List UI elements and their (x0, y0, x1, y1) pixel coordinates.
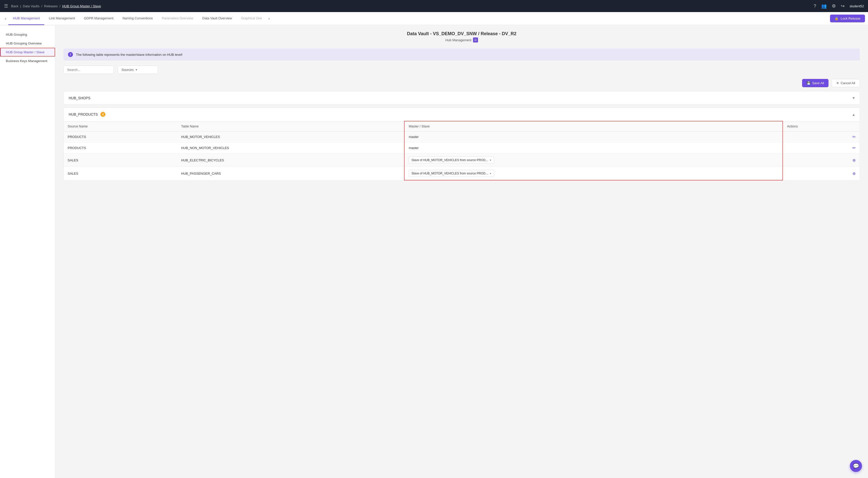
cancel-circle-icon[interactable]: ⊗ (852, 171, 856, 176)
master-slave-cell: master (404, 131, 783, 142)
edit-icon[interactable]: ✏ (852, 135, 856, 139)
accordion-hub-products-header[interactable]: HUB_PRODUCTS 4 ▴ (64, 108, 860, 121)
chevron-down-icon: ▾ (135, 68, 137, 72)
user-label[interactable]: student52 (849, 4, 864, 8)
actions-cell: ⊗ (783, 153, 860, 167)
table-row: PRODUCTS HUB_NON_MOTOR_VEHICLES master ✏ (64, 142, 860, 153)
breadcrumb-current: HUB Group Master / Slave (62, 4, 101, 8)
master-slave-cell: Slave of HUB_MOTOR_VEHICLES from source … (404, 167, 783, 180)
actions-cell: ⊗ (783, 167, 860, 180)
info-icon: i (68, 52, 73, 57)
info-banner: i The following table represents the mas… (63, 48, 860, 61)
settings-icon[interactable]: ⚙ (832, 3, 836, 9)
chat-fab[interactable]: 💬 (850, 460, 862, 472)
info-text: The following table represents the maste… (76, 53, 182, 57)
master-slave-cell: master (404, 142, 783, 153)
accordion-hub-products-title-group: HUB_PRODUCTS 4 (69, 112, 105, 117)
save-all-button[interactable]: 💾 Save All (802, 79, 829, 87)
col-source-name: Source Name (64, 121, 177, 131)
cancel-icon: ✕ (836, 81, 839, 85)
save-all-label: Save All (812, 81, 824, 85)
accordion-hub-products: HUB_PRODUCTS 4 ▴ Source Name Table Name … (63, 108, 860, 181)
tab-hub-management[interactable]: HUB Management (8, 12, 44, 25)
help-icon[interactable]: ? (814, 3, 816, 9)
table-name-cell: HUB_NON_MOTOR_VEHICLES (177, 142, 405, 153)
accordion-hub-products-content: Source Name Table Name Master / Slave Ac… (64, 121, 860, 180)
tab-next-btn[interactable]: › (267, 15, 272, 22)
chevron-down-icon: ▾ (490, 159, 491, 162)
actions-cell: ✏ (783, 142, 860, 153)
accordion-hub-shops: HUB_SHOPS ▾ (63, 91, 860, 105)
table-name-cell: HUB_MOTOR_VEHICLES (177, 131, 405, 142)
cancel-all-button[interactable]: ✕ Cancel All (832, 79, 860, 87)
chevron-down-icon: ▾ (490, 172, 491, 175)
chat-icon: 💬 (853, 463, 859, 469)
slave-dropdown-value: Slave of HUB_MOTOR_VEHICLES from source … (411, 158, 488, 162)
lock-release-label: Lock Release (841, 16, 861, 20)
edit-icon[interactable]: ✏ (852, 146, 856, 150)
slave-dropdown[interactable]: Slave of HUB_MOTOR_VEHICLES from source … (409, 157, 494, 164)
sources-label: Sources (122, 68, 133, 72)
save-icon: 💾 (807, 81, 811, 85)
hub-products-table: Source Name Table Name Master / Slave Ac… (64, 121, 860, 180)
tab-prev-btn[interactable]: ‹ (3, 15, 8, 22)
col-table-name: Table Name (177, 121, 405, 131)
cancel-circle-icon[interactable]: ⊗ (852, 158, 856, 162)
accordion-hub-shops-title-group: HUB_SHOPS (69, 96, 90, 100)
table-name-cell: HUB_ELECTRIC_BICYCLES (177, 153, 405, 167)
tab-data-vault-overview[interactable]: Data Vault Overview (198, 12, 237, 25)
filter-bar: Sources ▾ (63, 66, 860, 74)
tab-graphical-ove: Graphical Ove (237, 12, 267, 25)
master-slave-cell: Slave of HUB_MOTOR_VEHICLES from source … (404, 153, 783, 167)
table-row: SALES HUB_ELECTRIC_BICYCLES Slave of HUB… (64, 153, 860, 167)
chevron-down-icon: ▾ (852, 96, 855, 100)
source-name-cell: PRODUCTS (64, 131, 177, 142)
page-subtitle-text: Hub Management (445, 38, 471, 42)
page-subtitle: Hub Management ☰ (63, 37, 860, 42)
tab-link-management[interactable]: Link Management (44, 12, 79, 25)
table-name-cell: HUB_PASSENGER_CARS (177, 167, 405, 180)
page-title: Data Vault - VS_DEMO_DV_SNW / Release - … (63, 31, 860, 36)
chevron-up-icon: ▴ (852, 112, 855, 117)
tab-gdpr-management[interactable]: GDPR Management (80, 12, 118, 25)
lock-release-button[interactable]: 🔒 Lock Release (830, 14, 865, 22)
accordion-hub-products-badge: 4 (100, 112, 105, 117)
sidebar: HUB Grouping HUB Grouping Overview HUB G… (0, 25, 55, 478)
accordion-hub-shops-header[interactable]: HUB_SHOPS ▾ (64, 92, 860, 104)
tab-naming-conventions[interactable]: Naming Conventions (118, 12, 157, 25)
people-icon[interactable]: 👥 (821, 3, 827, 9)
releases-link[interactable]: Releases (44, 4, 58, 8)
col-actions: Actions (783, 121, 860, 131)
hub-management-icon: ☰ (473, 37, 478, 42)
logout-icon[interactable]: ↪ (841, 3, 845, 9)
tabbar: ‹ HUB Management Link Management GDPR Ma… (0, 12, 868, 25)
breadcrumb: Back | Data Vaults / Releases / HUB Grou… (11, 4, 811, 8)
sidebar-item-business-keys-management[interactable]: Business Keys Management (0, 57, 55, 65)
topbar-icons: ? 👥 ⚙ ↪ student52 (814, 3, 864, 9)
sidebar-item-hub-group-master-slave[interactable]: HUB Group Master / Slave (0, 48, 55, 57)
source-name-cell: SALES (64, 153, 177, 167)
sidebar-item-hub-grouping[interactable]: HUB Grouping (0, 30, 55, 39)
tab-parameters-overview: Parameters Overview (157, 12, 198, 25)
main-content: Data Vault - VS_DEMO_DV_SNW / Release - … (55, 25, 868, 478)
menu-icon[interactable]: ☰ (4, 3, 8, 9)
accordion-hub-products-title: HUB_PRODUCTS (69, 112, 98, 116)
sidebar-item-hub-grouping-overview[interactable]: HUB Grouping Overview (0, 39, 55, 48)
action-bar: 💾 Save All ✕ Cancel All (63, 79, 860, 87)
master-slave-value: master (409, 135, 418, 139)
lock-icon: 🔒 (835, 16, 839, 20)
accordion-hub-shops-title: HUB_SHOPS (69, 96, 90, 100)
data-vaults-link[interactable]: Data Vaults (23, 4, 39, 8)
slave-dropdown[interactable]: Slave of HUB_MOTOR_VEHICLES from source … (409, 170, 494, 177)
master-slave-value: master (409, 146, 418, 150)
search-input[interactable] (63, 66, 114, 74)
cancel-all-label: Cancel All (841, 81, 855, 85)
slave-dropdown-value: Slave of HUB_MOTOR_VEHICLES from source … (411, 172, 488, 175)
table-row: SALES HUB_PASSENGER_CARS Slave of HUB_MO… (64, 167, 860, 180)
table-row: PRODUCTS HUB_MOTOR_VEHICLES master ✏ (64, 131, 860, 142)
sources-dropdown[interactable]: Sources ▾ (118, 66, 158, 74)
page-layout: HUB Grouping HUB Grouping Overview HUB G… (0, 25, 868, 478)
actions-cell: ✏ (783, 131, 860, 142)
topbar: ☰ Back | Data Vaults / Releases / HUB Gr… (0, 0, 868, 12)
back-link[interactable]: Back (11, 4, 19, 8)
